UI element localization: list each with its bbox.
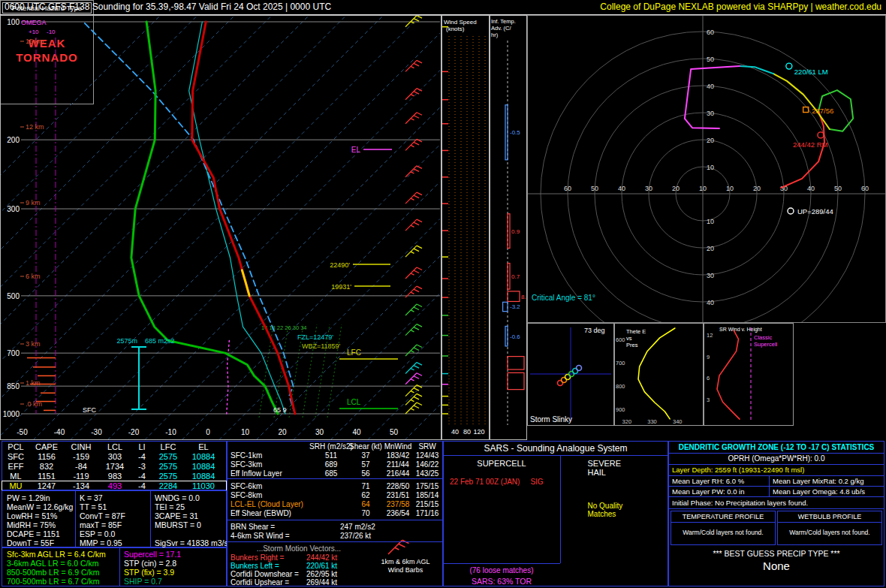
svg-text:10: 10 bbox=[707, 164, 714, 171]
svg-text:20: 20 bbox=[753, 185, 761, 192]
pcl-cell: -159 bbox=[64, 452, 98, 461]
kinematics-text: Shear (kt) bbox=[349, 442, 382, 451]
svg-text:-10: -10 bbox=[47, 29, 56, 35]
kinematics-text: 244/42 kt bbox=[306, 553, 337, 562]
temp-advection-panel[interactable]: Inf. Temp.Adv. (C/hr)-0.50.90.78.0-3.2-0… bbox=[490, 15, 527, 440]
pcl-cell: ML bbox=[2, 472, 29, 481]
kinematics-text: 262/95 kt bbox=[306, 570, 337, 578]
sharppy-sounding-app: 0600 UTC GFS F138 Sounding for 35.39,-98… bbox=[0, 0, 886, 588]
kinematics-text: 56 bbox=[361, 469, 369, 478]
svg-text:.0 km: .0 km bbox=[26, 400, 42, 408]
lapse-value: STP (fix) = 3.9 bbox=[124, 568, 181, 577]
sars-loose-matches: (76 loose matches) bbox=[469, 566, 533, 574]
sars-supercell-match[interactable]: 22 Feb 71 00Z (JAN)SIG bbox=[450, 478, 544, 486]
svg-text:500: 500 bbox=[7, 292, 20, 300]
svg-text:237/56: 237/56 bbox=[812, 107, 833, 115]
sars-panel: SARS - Sounding Analogue System SUPERCEL… bbox=[443, 441, 668, 586]
svg-text:20: 20 bbox=[278, 428, 287, 436]
pcl-cell: 10884 bbox=[184, 462, 223, 471]
index-value: DCAPE = 1151 bbox=[7, 529, 73, 538]
pcl-cell: 2575 bbox=[152, 462, 184, 471]
svg-text:UP=289/44: UP=289/44 bbox=[797, 207, 833, 216]
svg-text:hr): hr) bbox=[491, 32, 499, 38]
pcl-cell: PCL bbox=[2, 442, 29, 451]
sr-wind-panel[interactable]: SR Wind v. Height12963ClassicSupercell bbox=[704, 323, 794, 426]
svg-text:600: 600 bbox=[616, 336, 625, 343]
pcl-cell: 832 bbox=[29, 462, 64, 471]
hodograph[interactable]: 6050403020101020304070605040302010102030… bbox=[527, 15, 886, 323]
kinematics-text: SFC-8km bbox=[231, 491, 262, 499]
sars-hail-header: SEVERE HAIL bbox=[588, 459, 641, 477]
svg-text:WBZ=11859': WBZ=11859' bbox=[302, 342, 341, 350]
svg-text:-50: -50 bbox=[17, 428, 28, 436]
pcl-header-row[interactable]: PCLCAPECINHLCLLILFCEL bbox=[2, 442, 226, 451]
lapse-rate-panel: Sfc-3km AGL LR = 6.4 C/km3-6km AGL LR = … bbox=[2, 547, 227, 586]
pcl-cell: 2575 bbox=[152, 452, 184, 461]
dgz-initial-phase: Initial Phase: No Precipitation layers f… bbox=[669, 497, 884, 509]
theta-e-panel[interactable]: Thete EvsPres600700800900320330340 bbox=[614, 323, 704, 426]
indices-panel: PW = 1.29inMeanW = 12.6g/kgLowRH = 51%Mi… bbox=[2, 490, 227, 547]
sars-match-date[interactable]: 22 Feb 71 00Z (JAN) bbox=[450, 478, 520, 486]
dgz-oprh: OPRH (Omega*PW*RH): 0.0 bbox=[669, 454, 884, 465]
divider bbox=[150, 491, 151, 547]
svg-text:SR Wind v. Height: SR Wind v. Height bbox=[719, 327, 762, 333]
svg-text:Wind Speed: Wind Speed bbox=[444, 19, 477, 26]
svg-text:10: 10 bbox=[707, 218, 714, 225]
index-value: maxT = 85F bbox=[80, 520, 125, 529]
composite-indices: Supercell = 17.1STP (cin) = 2.8STP (fix)… bbox=[124, 550, 181, 586]
svg-text:12: 12 bbox=[707, 332, 713, 339]
svg-text:320: 320 bbox=[622, 418, 632, 425]
title-bar: 0600 UTC GFS F138 Sounding for 35.39,-98… bbox=[0, 0, 886, 15]
svg-text:LCL: LCL bbox=[347, 398, 361, 406]
svg-text:-0.6: -0.6 bbox=[510, 333, 520, 340]
dgz-panel: DENDRITIC GROWTH ZONE (-12 TO -17 C) STA… bbox=[668, 441, 884, 586]
dgz-title: DENDRITIC GROWTH ZONE (-12 TO -17 C) STA… bbox=[669, 442, 884, 454]
pcl-cell: LI bbox=[131, 442, 152, 451]
pcl-cell: EL bbox=[184, 442, 223, 451]
svg-text:60: 60 bbox=[564, 185, 571, 192]
kinematics-text: 185/14 bbox=[416, 491, 439, 499]
index-value: ESP = 0.0 bbox=[80, 529, 125, 538]
svg-text:-30: -30 bbox=[91, 428, 102, 436]
kinematics-text: SRW bbox=[418, 442, 435, 451]
svg-text:(knots): (knots) bbox=[446, 26, 465, 32]
pcl-cell: 1247 bbox=[29, 481, 64, 490]
index-value: PW = 1.29in bbox=[7, 493, 73, 502]
skewt-diagram[interactable]: 14 18 22 26 30 341002003005007008501000-… bbox=[0, 15, 441, 440]
pcl-row[interactable]: EFF832-841734-3257510884 bbox=[2, 462, 226, 471]
svg-text:12 km: 12 km bbox=[26, 123, 44, 131]
dgz-mean-omega: Mean Layer Omega: 4.8 ub/s bbox=[770, 487, 884, 497]
svg-text:Supercell: Supercell bbox=[754, 341, 778, 348]
pcl-cell: 10884 bbox=[184, 452, 223, 461]
site-credit: College of DuPage NEXLAB powered via SHA… bbox=[600, 0, 881, 14]
pcl-row[interactable]: MU1247-134493-4228411030 bbox=[2, 481, 226, 490]
indices-col-instability: K = 37TT = 51ConvT = 87FmaxT = 85FESP = … bbox=[80, 493, 125, 547]
divider bbox=[444, 455, 668, 456]
svg-text:80: 80 bbox=[463, 428, 471, 436]
svg-text:50: 50 bbox=[834, 185, 842, 192]
kinematics-text: 220/61 kt bbox=[306, 562, 337, 570]
kinematics-text: BRN Shear = bbox=[231, 523, 275, 531]
kinematics-text: 70 bbox=[361, 509, 369, 517]
lapse-value: 700-500mb LR = 6.7 C/km bbox=[7, 577, 106, 586]
kinematics-text: 183/42 bbox=[387, 451, 410, 460]
svg-text:-10: -10 bbox=[165, 428, 176, 436]
pcl-cell: MU bbox=[2, 481, 29, 490]
svg-text:10: 10 bbox=[726, 185, 734, 192]
wind-speed-panel[interactable]: Wind Speed(knots)4080120 bbox=[441, 15, 490, 440]
svg-text:220/61 LM: 220/61 LM bbox=[794, 68, 828, 76]
kinematics-text: Wind Barbs bbox=[388, 566, 423, 574]
svg-text:15 km: 15 km bbox=[26, 38, 44, 45]
svg-text:-3.2: -3.2 bbox=[510, 303, 520, 310]
lapse-rates: Sfc-3km AGL LR = 6.4 C/km3-6km AGL LR = … bbox=[7, 550, 106, 586]
storm-slinky-panel[interactable]: 73 degStorm Slinky bbox=[527, 323, 614, 426]
svg-text:200: 200 bbox=[7, 136, 20, 144]
pcl-row[interactable]: SFC1156-159303-4257510884 bbox=[2, 452, 226, 461]
svg-text:40: 40 bbox=[618, 185, 625, 192]
svg-text:340: 340 bbox=[673, 418, 683, 425]
kinematics-text: 228/50 bbox=[387, 482, 410, 490]
pcl-cell: LCL bbox=[98, 442, 131, 451]
pcl-cell: -4 bbox=[131, 452, 152, 461]
pcl-row[interactable]: ML1151-119983-4257510884 bbox=[2, 472, 226, 481]
kinematics-text: SFC-1km bbox=[231, 451, 262, 460]
